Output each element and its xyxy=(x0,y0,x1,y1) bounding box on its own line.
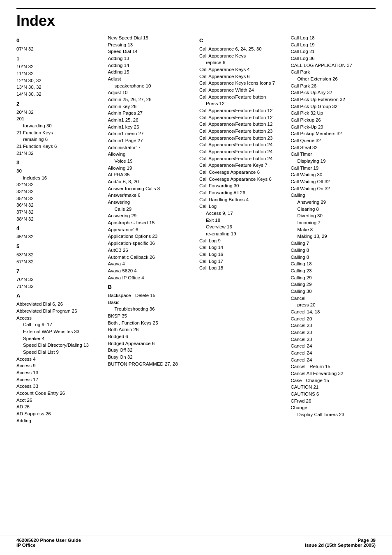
entry-allowing: Allowing xyxy=(108,151,193,158)
entry-call-app-feature12: Call Appearance/Feature button 12 xyxy=(199,107,284,114)
entry-call-pick-any: Call Pick Up Any 32 xyxy=(291,89,376,96)
entry-bridged-app: Bridged Appearance 6 xyxy=(108,340,193,347)
entry-pressing13: Pressing 13 xyxy=(108,41,193,48)
section-2: 2 xyxy=(16,100,101,108)
entry-bksp: BKSP 35 xyxy=(108,313,193,320)
entry-12n30: 12*N 30, 32 xyxy=(16,77,101,84)
entry-cancel24c: Cancel 24 xyxy=(291,357,376,364)
entry-allowing19: Allowing 19 xyxy=(108,165,193,172)
entry-call-app-keys: Call Appearance Keys xyxy=(199,53,284,60)
entry-call-log18: Call Log 18 xyxy=(199,265,284,272)
entry-cl-overview: Overview 16 xyxy=(206,223,284,230)
entry-cancel24a: Cancel 24 xyxy=(291,343,376,350)
entry-admin: Admin 25, 26, 27, 28 xyxy=(108,96,193,103)
entry-adjust: Adjust xyxy=(108,76,193,83)
entry-call-app-feature-keys7: Call Appearance/Feature Keys 7 xyxy=(199,162,284,169)
entry-answering: Answering xyxy=(108,199,193,206)
entry-call-waiting-off: Call Waiting Off 32 xyxy=(291,178,376,185)
entry-app-options: Applications Options 23 xyxy=(108,233,193,240)
entry-cancel23b: Cancel 23 xyxy=(291,329,376,336)
entry-call-pick-ext: Call Pick Up Extension 32 xyxy=(291,96,376,103)
top-border xyxy=(16,8,376,9)
entry-account-code: Account Code Entry 26 xyxy=(16,390,101,397)
entry-30: 30 xyxy=(16,168,101,175)
entry-includes16: includes 16 xyxy=(23,175,101,182)
entry-answering29: Answering 29 xyxy=(297,199,376,206)
entry-access-ext-wap: External WAP Websites 33 xyxy=(23,328,101,335)
section-1: 1 xyxy=(16,55,101,63)
entry-call-app-feature24: Call Appearance/Feature button 24 xyxy=(199,141,284,148)
entry-call-log-app: CALL LOG APPLICATION 37 xyxy=(291,62,376,69)
entry-apostrophe: Apostrophe - Insert 15 xyxy=(108,219,193,226)
entry-call-log17: Call Log 17 xyxy=(199,258,284,265)
entry-cl-access: Access 9, 17 xyxy=(206,210,284,217)
entry-speakerphone10: speakerphone 10 xyxy=(115,83,193,90)
entry-calling29a: Calling 29 xyxy=(291,274,376,281)
entry-caution21: CAUTION 21 xyxy=(291,384,376,391)
entry-ad-suppress: AD Suppress 26 xyxy=(16,410,101,417)
entry-call-park: Call Park xyxy=(291,69,376,76)
section-a: A xyxy=(16,292,101,300)
entry-replace6: replace 6 xyxy=(206,59,284,66)
section-0: 0 xyxy=(16,37,101,45)
entry-basic: Basic xyxy=(108,299,193,306)
footer-page: Page 39 xyxy=(305,538,376,543)
entry-avaya-ip: Avaya IP Office 4 xyxy=(108,274,193,281)
entry-call-app-feature-btn: Call Appearance/Feature button xyxy=(199,94,284,101)
entry-adjust10: Adjust 10 xyxy=(108,89,193,96)
entry-14n30: 14*N 30, 32 xyxy=(16,91,101,98)
column-1: 0 07*N 32 1 10*N 32 11*N 32 12*N 30, 32 … xyxy=(16,35,108,424)
column-3: C Call Appearance 6, 24, 25, 30 Call App… xyxy=(199,35,291,272)
page: Index 0 07*N 32 1 10*N 32 11*N 32 12*N 3… xyxy=(0,0,392,555)
entry-call-app-feature12b: Call Appearance/Feature button 12 xyxy=(199,114,284,121)
entry-11n32: 11*N 32 xyxy=(16,70,101,77)
footer-left: 4620/5620 Phone User Guide IP Office xyxy=(16,538,81,548)
entry-cancel20: Cancel 20 xyxy=(291,315,376,322)
column-4: Call Log 18 Call Log 19 Call Log 21 Call… xyxy=(291,35,376,418)
entry-call-fwd-all: Call Forwarding All 26 xyxy=(199,189,284,196)
entry-case-change: Case - Change 15 xyxy=(291,377,376,384)
entry-call-app-feature24b: Call Appearance/Feature button 24 xyxy=(199,148,284,155)
entry-call-log14: Call Log 14 xyxy=(199,244,284,251)
entry-call-app: Call Appearance 6, 24, 25, 30 xyxy=(199,46,284,53)
entry-administrator: Administrator' 7 xyxy=(108,144,193,151)
entry-alpha35: ALPHA 35 xyxy=(108,171,193,178)
entry-admin1: Admin1 25, 26 xyxy=(108,117,193,124)
entry-21fk6: 21 Function Keys 6 xyxy=(16,143,101,150)
entry-call-app-keys4: Call Appearance Keys 4 xyxy=(199,66,284,73)
entry-answering29: Answering 29 xyxy=(108,212,193,219)
entry-70n32: 70*N 32 xyxy=(16,276,101,283)
entry-call-steal: Call Steal 32 xyxy=(291,144,376,151)
entry-incoming7: Incoming 7 xyxy=(297,219,376,226)
footer-issue: Issue 2d (15th September 2005) xyxy=(305,543,376,548)
entry-backspace: Backspace - Delete 15 xyxy=(108,292,193,299)
entry-calling8b: Calling 8 xyxy=(291,254,376,261)
entry-admin-key: Admin key 26 xyxy=(108,103,193,110)
footer-product: IP Office xyxy=(16,543,81,548)
entry-201: 201 xyxy=(16,115,101,122)
entry-cl-log21: Call Log 21 xyxy=(291,48,376,55)
entry-ad26: AD 26 xyxy=(16,403,101,410)
entry-remaining6: remaining 6 xyxy=(23,136,101,143)
entry-answer-incoming: Answer Incoming Calls 8 xyxy=(108,185,193,192)
entry-app-specific: Application-specific 36 xyxy=(108,240,193,247)
entry-adding: Adding xyxy=(16,417,101,424)
entry-admin1-menu: Admin1 menu 27 xyxy=(108,130,193,137)
entry-cancel1418: Cancel 14, 18 xyxy=(291,309,376,315)
section-7: 7 xyxy=(16,267,101,275)
page-footer: 4620/5620 Phone User Guide IP Office Pag… xyxy=(0,536,392,548)
entry-access13: Access 13 xyxy=(16,369,101,376)
entry-busy-on: Busy On 32 xyxy=(108,354,193,361)
entry-calling30: Calling 30 xyxy=(291,288,376,295)
entry-calling29b: Calling 29 xyxy=(291,281,376,288)
entry-calls29: Calls 29 xyxy=(115,206,193,213)
entry-admin-pages: Admin Pages 27 xyxy=(108,110,193,117)
entry-avaya4: Avaya 4 xyxy=(108,260,193,267)
section-5: 5 xyxy=(16,243,101,251)
entry-call-waiting-on: Call Waiting On 32 xyxy=(291,185,376,192)
entry-call-cov-app-keys: Call Coverage Appearance Keys 6 xyxy=(199,176,284,183)
entry-call-app-feature12c: Call Appearance/Feature button 12 xyxy=(199,121,284,128)
entry-32n32: 32*N 32 xyxy=(16,181,101,188)
entry-voice19: Voice 19 xyxy=(115,158,193,165)
entry-other-ext: Other Extension 26 xyxy=(297,76,376,83)
